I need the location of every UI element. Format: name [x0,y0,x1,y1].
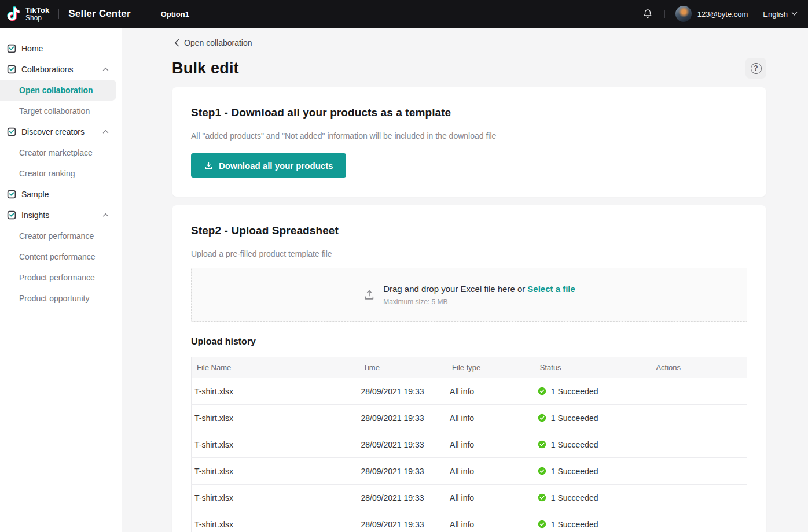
upload-history-table: File NameTimeFile typeStatusActions T-sh… [191,357,747,532]
time-cell: 28/09/2021 19:33 [358,405,447,431]
file-type-cell: All info [447,431,535,458]
chevron-up-icon [102,67,109,72]
file-dropzone[interactable]: Drag and drop your Excel file here orSel… [191,268,747,322]
sidebar-item-label: Product opportunity [19,294,89,303]
status-badge: 1 Succeeded [538,378,651,404]
column-header-status: Status [535,357,651,378]
status-badge: 1 Succeeded [538,405,651,431]
status-text: 1 Succeeded [551,413,598,423]
sidebar-item-creator-marketplace[interactable]: Creator marketplace [0,142,122,163]
sidebar-item-label: Creator ranking [19,169,75,178]
logo-line1: TikTok [25,6,49,14]
table-row: T-shirt.xlsx28/09/2021 19:33All info1 Su… [192,511,747,532]
sidebar-item-home[interactable]: Home [0,38,122,59]
status-text: 1 Succeeded [551,467,598,476]
sidebar-item-label: Collaborations [21,65,74,74]
actions-cell [651,405,747,431]
topbar-menu-option1[interactable]: Option1 [161,10,189,19]
upload-icon [363,288,376,302]
sidebar-item-collaborations[interactable]: Collaborations [0,59,122,80]
dropzone-hint: Maximum size: 5 MB [383,298,575,306]
time-cell: 28/09/2021 19:33 [358,378,447,405]
actions-cell [651,378,747,405]
sidebar-item-label: Creator performance [19,231,94,241]
download-products-button[interactable]: Download all your products [191,153,346,178]
download-button-label: Download all your products [219,161,333,171]
language-label: English [763,10,788,19]
file-name-cell: T-shirt.xlsx [192,431,358,458]
column-header-file-type: File type [447,357,535,378]
sidebar-item-label: Sample [21,190,49,199]
app-name: Seller Center [68,8,130,20]
sidebar-item-label: Creator marketplace [19,148,93,157]
status-text: 1 Succeeded [551,440,598,449]
column-header-actions: Actions [651,357,747,378]
back-chevron-icon [174,39,179,47]
notifications-button[interactable] [641,8,654,20]
main-content: Open collaboration Bulk edit ? Step1 - D… [122,28,808,532]
logo-wordmark: TikTok Shop [25,6,49,21]
chevron-down-icon [791,12,798,16]
upload-history-title: Upload history [191,337,747,347]
table-row: T-shirt.xlsx28/09/2021 19:33All info1 Su… [192,405,747,431]
status-cell: 1 Succeeded [535,405,651,431]
step2-card: Step2 - Upload Spreadsheet Upload a pre-… [172,205,766,532]
table-row: T-shirt.xlsx28/09/2021 19:33All info1 Su… [192,378,747,405]
file-name-cell: T-shirt.xlsx [192,485,358,511]
sidebar-item-creator-performance[interactable]: Creator performance [0,226,122,246]
file-type-cell: All info [447,511,535,532]
step2-description: Upload a pre-filled product template fil… [191,249,747,258]
success-icon [538,520,546,529]
account-email[interactable]: 123@byte.com [697,10,748,19]
time-cell: 28/09/2021 19:33 [358,431,447,458]
status-badge: 1 Succeeded [538,485,651,511]
help-button[interactable]: ? [745,58,766,79]
step1-heading: Step1 - Download all your products as a … [191,106,747,119]
file-type-cell: All info [447,405,535,431]
tiktok-note-icon [6,5,21,23]
tiktok-shop-logo[interactable]: TikTok Shop [6,5,49,23]
success-icon [538,387,546,396]
column-header-time: Time [358,357,447,378]
success-icon [538,467,546,475]
status-cell: 1 Succeeded [535,378,651,405]
sidebar-item-creator-ranking[interactable]: Creator ranking [0,163,122,184]
column-header-file-name: File Name [192,357,358,378]
select-file-link[interactable]: Select a file [527,284,575,294]
sidebar-item-discover-creators[interactable]: Discover creators [0,121,122,142]
sidebar-item-label: Discover creators [21,127,85,136]
status-text: 1 Succeeded [551,493,598,503]
success-icon [538,440,546,449]
table-header: File NameTimeFile typeStatusActions [192,357,747,378]
actions-cell [651,431,747,458]
actions-cell [651,511,747,532]
file-type-cell: All info [447,485,535,511]
file-name-cell: T-shirt.xlsx [192,378,358,405]
sidebar-item-label: Insights [21,210,49,220]
sidebar-item-open-collaboration[interactable]: Open collaboration [0,80,116,101]
topbar-divider [58,9,59,19]
language-selector[interactable]: English [763,10,798,19]
status-badge: 1 Succeeded [538,511,651,532]
sidebar-item-content-performance[interactable]: Content performance [0,246,122,267]
chevron-up-icon [102,213,109,217]
status-cell: 1 Succeeded [535,485,651,511]
avatar[interactable] [675,6,692,22]
time-cell: 28/09/2021 19:33 [358,511,447,532]
time-cell: 28/09/2021 19:33 [358,485,447,511]
sidebar-item-label: Home [21,44,43,53]
nav-sample-icon [7,190,16,199]
sidebar-item-target-collaboration[interactable]: Target collaboration [0,101,122,121]
status-text: 1 Succeeded [551,387,598,396]
download-icon [204,161,214,171]
logo-line2: Shop [25,14,49,22]
sidebar-item-label: Open collaboration [19,86,93,95]
table-row: T-shirt.xlsx28/09/2021 19:33All info1 Su… [192,431,747,458]
sidebar: HomeCollaborationsOpen collaborationTarg… [0,28,122,532]
sidebar-item-insights[interactable]: Insights [0,205,122,226]
sidebar-item-product-performance[interactable]: Product performance [0,267,122,288]
breadcrumb[interactable]: Open collaboration [174,38,766,47]
table-row: T-shirt.xlsx28/09/2021 19:33All info1 Su… [192,485,747,511]
sidebar-item-product-opportunity[interactable]: Product opportunity [0,288,122,309]
sidebar-item-sample[interactable]: Sample [0,184,122,205]
